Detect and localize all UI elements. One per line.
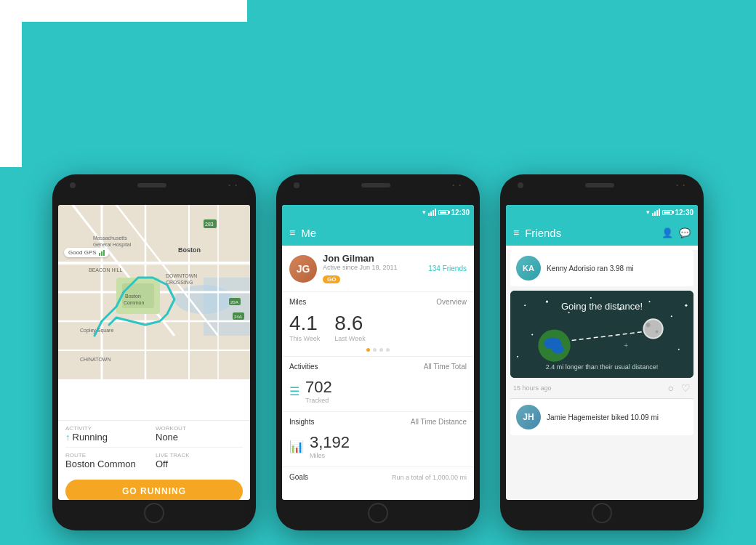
svg-point-38	[590, 297, 592, 299]
phone3-top-bar: • •	[500, 182, 704, 188]
last-week-value: 8.6	[334, 313, 365, 334]
activities-count: 702	[305, 378, 332, 397]
profile-badge: GO	[323, 275, 340, 283]
friend1-activity: KA Kenny Adorisio ran 3.98 mi	[510, 250, 693, 286]
signal-bars3	[652, 209, 660, 216]
gps-badge: Good GPS	[64, 248, 109, 257]
like-icon[interactable]: ♡	[681, 382, 691, 394]
phone3-header-actions: 👤 💬	[662, 227, 691, 238]
livetrack-label: Live Track	[156, 452, 243, 459]
last-week-stat: 8.6 Last Week	[334, 313, 365, 342]
signal-bars2	[428, 209, 436, 216]
phone2-camera	[294, 182, 299, 188]
status-time3: 12:30	[675, 209, 693, 217]
phone1-bottom-bar	[52, 503, 256, 523]
phone2-dots: • •	[452, 182, 462, 188]
insights-count: 3,192	[310, 433, 350, 452]
svg-text:Massachusetts: Massachusetts	[93, 235, 127, 241]
achievement-title: Going the distance!	[510, 301, 693, 312]
battery-icon3	[662, 210, 672, 215]
avatar-image: JG	[289, 255, 317, 283]
insights-count-group: 3,192 Miles	[310, 433, 350, 459]
dot-indicators	[289, 348, 467, 352]
svg-point-52	[552, 345, 563, 354]
this-week-value: 4.1	[289, 313, 320, 334]
overview-link[interactable]: Overview	[436, 298, 467, 306]
insights-header: Insights All Time Distance	[289, 418, 467, 426]
running-icon: ↑	[65, 432, 71, 443]
phone1-top-bar: • •	[52, 182, 256, 188]
profile-name: Jon Gilman	[323, 253, 422, 264]
phone2-status-bar: ▾ 12:30	[282, 205, 474, 219]
gps-bars	[99, 250, 105, 256]
friend1-avatar: KA	[516, 256, 541, 280]
miles-values: 4.1 This Week 8.6 Last Week	[289, 310, 467, 345]
me-content: JG Jon Gilman Active since Jun 18, 2011 …	[282, 246, 474, 500]
phone2-home-button[interactable]	[368, 503, 388, 523]
phone3-bottom-bar	[500, 503, 704, 523]
friend1-text: Kenny Adorisio ran 3.98 mi	[547, 265, 634, 272]
svg-text:Copley Square: Copley Square	[80, 328, 113, 334]
map-svg: Massachusetts General Hospital Boston Bo…	[58, 205, 250, 379]
activities-count-group: 702 Tracked	[305, 378, 332, 404]
activity-label: Activity	[65, 425, 153, 432]
achievement-desc: 2.4 mi longer than their usual distance!	[510, 363, 693, 371]
comment-icon[interactable]: ○	[668, 382, 674, 394]
friends-content: KA Kenny Adorisio ran 3.98 mi	[506, 250, 698, 500]
activity-stat: Activity ↑ Running	[65, 425, 153, 443]
map-stats-row1: Activity ↑ Running Workout None	[58, 421, 250, 447]
phone3-header-title: Friends	[525, 227, 656, 239]
avatar: JG	[289, 255, 317, 283]
phone2-app-header: ≡ Me	[282, 219, 474, 246]
friend2-avatar: JH	[516, 405, 541, 429]
phone1-home-button[interactable]	[144, 503, 164, 523]
workout-label: Workout	[156, 425, 243, 432]
phone-friends: • • ▾ 12:30 ≡ Friends 👤 💬	[500, 174, 704, 530]
insights-row: 📊 3,192 Miles	[289, 430, 467, 462]
phone3-dots: • •	[676, 182, 686, 188]
livetrack-value: Off	[156, 459, 243, 469]
phone3-status-bar: ▾ 12:30	[506, 205, 698, 219]
phone3-camera	[518, 182, 523, 188]
phone3-screen: ▾ 12:30 ≡ Friends 👤 💬 KA	[506, 205, 698, 500]
svg-point-43	[531, 334, 533, 335]
phone2-bottom-bar	[276, 503, 480, 523]
this-week-label: This Week	[289, 335, 320, 342]
svg-text:DOWNTOWN: DOWNTOWN	[166, 273, 197, 278]
go-running-button[interactable]: GO RUNNING	[65, 480, 243, 500]
svg-point-37	[568, 312, 570, 313]
route-stat: Route Boston Common	[65, 452, 153, 469]
hamburger-icon3[interactable]: ≡	[513, 227, 519, 238]
phone2-speaker	[361, 183, 390, 187]
svg-text:Boston: Boston	[125, 294, 141, 299]
gps-label: Good GPS	[68, 249, 97, 256]
phone1-camera	[70, 182, 76, 188]
dot-2	[373, 348, 377, 352]
wifi-icon2: ▾	[422, 209, 426, 216]
activities-section: Activities All Time Total ☰ 702 Tracked	[282, 357, 474, 412]
map-view[interactable]: Massachusetts General Hospital Boston Bo…	[58, 205, 250, 379]
phone3-home-button[interactable]	[592, 503, 612, 523]
svg-point-55	[644, 320, 662, 337]
chat-icon[interactable]: 💬	[679, 227, 691, 238]
route-value: Boston Common	[65, 459, 153, 469]
friend-actions: ○ ♡	[668, 382, 691, 394]
phone-me: • • ▾ 12:30 ≡ Me JG	[276, 174, 480, 530]
svg-text:24A: 24A	[234, 315, 242, 319]
wifi-icon3: ▾	[646, 209, 650, 216]
svg-text:20A: 20A	[230, 300, 238, 304]
hamburger-icon2[interactable]: ≡	[289, 227, 295, 238]
friends-link[interactable]: 134 Friends	[428, 265, 467, 272]
goals-row: Goals Run a total of 1,000.00 mi	[282, 467, 474, 487]
svg-point-45	[517, 356, 518, 358]
battery-icon2	[438, 210, 449, 215]
svg-text:Boston: Boston	[178, 246, 201, 254]
phone2-header-title: Me	[301, 227, 467, 239]
miles-label: Miles	[289, 298, 306, 306]
profile-info: Jon Gilman Active since Jun 18, 2011 GO	[323, 253, 422, 284]
goals-desc: Run a total of 1,000.00 mi	[392, 474, 467, 481]
phones-container: • • ▾ 12:30 ≡ Start ♪ LOG	[0, 174, 756, 530]
insights-distance-label: All Time Distance	[411, 418, 467, 426]
svg-text:+: +	[624, 342, 628, 350]
person-icon[interactable]: 👤	[662, 227, 673, 238]
